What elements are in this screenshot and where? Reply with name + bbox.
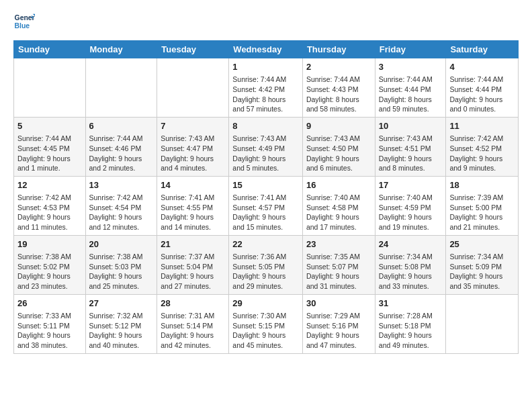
cell-text-line: Daylight: 8 hours and 58 minutes. xyxy=(306,95,359,113)
cell-text-line: Sunset: 4:52 PM xyxy=(449,144,502,152)
cell-content: 31Sunrise: 7:28 AMSunset: 5:18 PMDayligh… xyxy=(379,298,443,351)
cell-text-line: Sunrise: 7:42 AM xyxy=(89,193,143,201)
cell-text-line: Daylight: 9 hours and 14 minutes. xyxy=(161,213,214,231)
weekday-header: Saturday xyxy=(446,41,519,58)
cell-text-line: Daylight: 9 hours and 23 minutes. xyxy=(17,272,71,290)
cell-text-line: Sunset: 5:03 PM xyxy=(89,263,142,271)
weekday-header: Tuesday xyxy=(157,41,229,58)
cell-text-line: Sunset: 4:58 PM xyxy=(306,203,359,212)
cell-text-line: Daylight: 8 hours and 57 minutes. xyxy=(232,95,285,113)
day-number: 16 xyxy=(306,179,371,191)
logo: General Blue xyxy=(13,11,35,32)
day-number: 9 xyxy=(306,120,371,132)
cell-content: 14Sunrise: 7:41 AMSunset: 4:55 PMDayligh… xyxy=(161,179,225,232)
cell-text-line: Sunrise: 7:43 AM xyxy=(306,134,360,142)
calendar-cell: 13Sunrise: 7:42 AMSunset: 4:54 PMDayligh… xyxy=(85,176,157,235)
day-number: 29 xyxy=(232,298,299,310)
logo-icon: General Blue xyxy=(13,11,35,32)
cell-text-line: Daylight: 9 hours and 17 minutes. xyxy=(306,213,359,231)
calendar-cell: 31Sunrise: 7:28 AMSunset: 5:18 PMDayligh… xyxy=(375,294,446,353)
calendar-cell: 3Sunrise: 7:44 AMSunset: 4:44 PMDaylight… xyxy=(375,58,446,118)
cell-text-line: Daylight: 9 hours and 21 minutes. xyxy=(449,213,502,231)
cell-content: 1Sunrise: 7:44 AMSunset: 4:42 PMDaylight… xyxy=(232,61,299,114)
cell-text-line: Daylight: 9 hours and 9 minutes. xyxy=(449,154,502,173)
cell-content: 15Sunrise: 7:41 AMSunset: 4:57 PMDayligh… xyxy=(232,179,299,232)
cell-text-line: Daylight: 9 hours and 2 minutes. xyxy=(89,154,142,173)
cell-content: 13Sunrise: 7:42 AMSunset: 4:54 PMDayligh… xyxy=(89,179,154,232)
calendar-cell: 16Sunrise: 7:40 AMSunset: 4:58 PMDayligh… xyxy=(302,176,375,235)
day-number: 14 xyxy=(161,179,225,191)
page-container: General Blue SundayMondayTuesdayWednesda… xyxy=(0,0,532,365)
day-number: 5 xyxy=(17,120,82,132)
calendar-cell xyxy=(157,58,229,118)
cell-text-line: Sunrise: 7:38 AM xyxy=(89,253,143,261)
cell-text-line: Sunrise: 7:44 AM xyxy=(306,75,360,83)
cell-text-line: Daylight: 9 hours and 35 minutes. xyxy=(449,272,502,290)
day-number: 8 xyxy=(232,120,299,132)
calendar-cell: 22Sunrise: 7:36 AMSunset: 5:05 PMDayligh… xyxy=(229,235,303,294)
day-number: 23 xyxy=(306,238,371,250)
cell-content: 26Sunrise: 7:33 AMSunset: 5:11 PMDayligh… xyxy=(17,298,82,351)
cell-text-line: Sunset: 5:15 PM xyxy=(232,322,285,330)
cell-content: 18Sunrise: 7:39 AMSunset: 5:00 PMDayligh… xyxy=(449,179,515,232)
cell-text-line: Sunrise: 7:40 AM xyxy=(379,193,433,201)
cell-text-line: Sunrise: 7:40 AM xyxy=(306,193,360,201)
cell-text-line: Sunset: 4:54 PM xyxy=(89,203,142,212)
calendar-cell: 27Sunrise: 7:32 AMSunset: 5:12 PMDayligh… xyxy=(85,294,157,353)
day-number: 6 xyxy=(89,120,154,132)
cell-text-line: Sunset: 5:11 PM xyxy=(17,322,70,330)
calendar-cell: 26Sunrise: 7:33 AMSunset: 5:11 PMDayligh… xyxy=(14,294,86,353)
cell-text-line: Sunset: 4:44 PM xyxy=(379,85,431,93)
day-number: 21 xyxy=(161,238,225,250)
day-number: 24 xyxy=(379,238,443,250)
cell-text-line: Daylight: 9 hours and 42 minutes. xyxy=(161,331,214,349)
cell-text-line: Daylight: 9 hours and 25 minutes. xyxy=(89,272,142,290)
day-number: 28 xyxy=(161,298,225,310)
cell-content: 29Sunrise: 7:30 AMSunset: 5:15 PMDayligh… xyxy=(232,298,299,351)
day-number: 10 xyxy=(379,120,443,132)
calendar-cell: 7Sunrise: 7:43 AMSunset: 4:47 PMDaylight… xyxy=(157,117,229,176)
weekday-header: Friday xyxy=(375,41,446,58)
day-number: 26 xyxy=(17,298,82,310)
calendar-cell: 19Sunrise: 7:38 AMSunset: 5:02 PMDayligh… xyxy=(14,235,86,294)
cell-text-line: Sunset: 4:53 PM xyxy=(17,203,70,212)
cell-text-line: Daylight: 9 hours and 15 minutes. xyxy=(232,213,285,231)
cell-text-line: Sunset: 4:43 PM xyxy=(306,85,359,93)
cell-content: 22Sunrise: 7:36 AMSunset: 5:05 PMDayligh… xyxy=(232,238,299,291)
cell-content: 16Sunrise: 7:40 AMSunset: 4:58 PMDayligh… xyxy=(306,179,371,232)
calendar-body: 1Sunrise: 7:44 AMSunset: 4:42 PMDaylight… xyxy=(14,58,519,354)
cell-text-line: Sunset: 4:51 PM xyxy=(379,144,431,152)
cell-content: 28Sunrise: 7:31 AMSunset: 5:14 PMDayligh… xyxy=(161,298,225,351)
cell-text-line: Sunset: 5:16 PM xyxy=(306,322,359,330)
day-number: 27 xyxy=(89,298,154,310)
cell-text-line: Sunrise: 7:43 AM xyxy=(379,134,433,142)
weekday-header-row: SundayMondayTuesdayWednesdayThursdayFrid… xyxy=(14,41,519,58)
cell-content: 19Sunrise: 7:38 AMSunset: 5:02 PMDayligh… xyxy=(17,238,82,291)
cell-text-line: Sunrise: 7:38 AM xyxy=(17,253,71,261)
calendar-cell: 11Sunrise: 7:42 AMSunset: 4:52 PMDayligh… xyxy=(446,117,519,176)
cell-content: 3Sunrise: 7:44 AMSunset: 4:44 PMDaylight… xyxy=(379,61,443,114)
calendar-cell: 2Sunrise: 7:44 AMSunset: 4:43 PMDaylight… xyxy=(302,58,375,118)
cell-text-line: Daylight: 8 hours and 59 minutes. xyxy=(379,95,432,113)
cell-text-line: Sunset: 4:59 PM xyxy=(379,203,431,212)
calendar-cell xyxy=(446,294,519,353)
cell-text-line: Sunset: 4:44 PM xyxy=(449,85,502,93)
cell-text-line: Daylight: 9 hours and 47 minutes. xyxy=(306,331,359,349)
cell-text-line: Sunset: 5:04 PM xyxy=(161,263,213,271)
day-number: 15 xyxy=(232,179,299,191)
cell-text-line: Sunset: 5:09 PM xyxy=(449,263,502,271)
cell-content: 6Sunrise: 7:44 AMSunset: 4:46 PMDaylight… xyxy=(89,120,154,173)
cell-text-line: Daylight: 9 hours and 38 minutes. xyxy=(17,331,71,349)
cell-text-line: Sunrise: 7:28 AM xyxy=(379,312,433,320)
cell-text-line: Sunrise: 7:42 AM xyxy=(449,134,503,142)
calendar-cell: 6Sunrise: 7:44 AMSunset: 4:46 PMDaylight… xyxy=(85,117,157,176)
weekday-header: Sunday xyxy=(14,41,86,58)
cell-content: 10Sunrise: 7:43 AMSunset: 4:51 PMDayligh… xyxy=(379,120,443,173)
day-number: 11 xyxy=(449,120,515,132)
cell-text-line: Sunrise: 7:43 AM xyxy=(161,134,214,142)
cell-text-line: Sunrise: 7:43 AM xyxy=(232,134,286,142)
cell-content: 11Sunrise: 7:42 AMSunset: 4:52 PMDayligh… xyxy=(449,120,515,173)
cell-text-line: Daylight: 9 hours and 33 minutes. xyxy=(379,272,432,290)
calendar-week-row: 1Sunrise: 7:44 AMSunset: 4:42 PMDaylight… xyxy=(14,58,519,118)
cell-text-line: Sunrise: 7:36 AM xyxy=(232,253,286,261)
